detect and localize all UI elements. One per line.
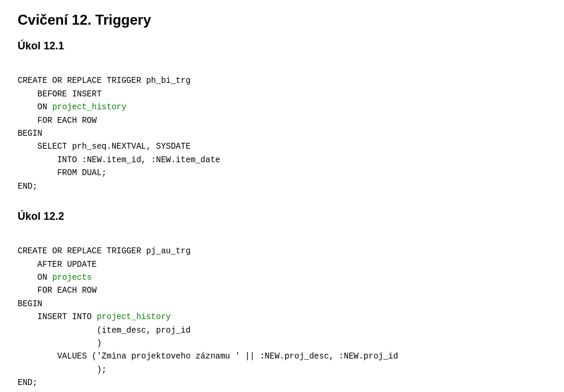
- code-line: ON projects: [18, 273, 92, 282]
- code-line: FOR EACH ROW: [18, 116, 96, 125]
- section1-title: Úkol 12.1: [18, 40, 546, 52]
- code-line: );: [18, 365, 106, 374]
- code-line: BEFORE INSERT: [18, 89, 102, 99]
- code-line: VALUES ('Zmìna projektoveho záznamu ' ||…: [18, 351, 398, 361]
- code-line: CREATE OR REPLACE TRIGGER ph_bi_trg: [18, 76, 191, 85]
- code-line: FROM DUAL;: [18, 168, 106, 177]
- code-line: INSERT INTO project_history: [18, 312, 171, 321]
- code-line: AFTER UPDATE: [18, 260, 96, 269]
- code-line: CREATE OR REPLACE TRIGGER pj_au_trg: [18, 246, 191, 256]
- page-title: Cvičení 12. Triggery: [18, 12, 546, 28]
- code-line: ): [18, 339, 102, 348]
- code-block-2: CREATE OR REPLACE TRIGGER pj_au_trg AFTE…: [18, 232, 546, 390]
- code-block-1: CREATE OR REPLACE TRIGGER ph_bi_trg BEFO…: [18, 61, 546, 193]
- code-line: ON project_history: [18, 102, 126, 112]
- code-line: FOR EACH ROW: [18, 286, 96, 295]
- code-line: END;: [18, 378, 38, 387]
- code-line: BEGIN: [18, 129, 42, 138]
- code-line: (item_desc, proj_id: [18, 326, 191, 335]
- code-line: SELECT prh_seq.NEXTVAL, SYSDATE: [18, 142, 191, 151]
- section2-title: Úkol 12.2: [18, 210, 546, 223]
- code-line: BEGIN: [18, 299, 42, 309]
- code-line: END;: [18, 182, 38, 191]
- code-line: INTO :NEW.item_id, :NEW.item_date: [18, 155, 220, 165]
